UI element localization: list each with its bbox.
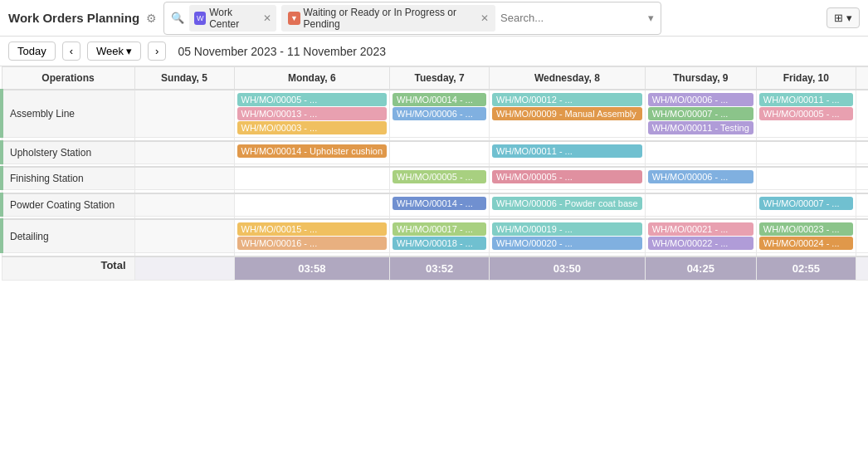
table-row: Powder Coating StationWH/MO/00014 - ...W… [2,193,868,217]
calendar-event[interactable]: WH/MO/00006 - ... [648,170,753,183]
day-cell [756,167,856,190]
calendar-event[interactable]: WH/MO/00020 - ... [492,237,642,250]
topbar: Work Orders Planning ⚙ 🔍 W Work Center ✕… [0,0,868,37]
table-row: Assembly LineWH/MO/00005 - ...WH/MO/0001… [2,90,868,138]
day-cell [134,141,234,164]
work-center-chip-label: Work Center [209,7,258,30]
calendar-event[interactable]: WH/MO/00023 - ... [759,222,853,236]
status-filter-chip[interactable]: ▼ Waiting or Ready or In Progress or Pen… [281,5,495,32]
calendar-event[interactable]: WH/MO/00017 - ... [393,222,486,236]
day-cell: WH/MO/00012 - ...WH/MO/00009 - Manual As… [490,90,646,138]
week-selector-button[interactable]: Week ▾ [87,42,141,61]
calendar-event[interactable]: WH/MO/00016 - ... [237,237,388,250]
day-cell: WH/MO/00014 - Upholster cushion [234,141,390,164]
day-cell [234,167,390,190]
calendar-event[interactable]: WH/MO/00006 - ... [648,93,753,106]
operation-label-assembly-line: Assembly Line [2,90,134,138]
day-cell [856,219,868,253]
view-grid-icon: ⊞ [834,12,843,24]
work-center-chip-close[interactable]: ✕ [263,12,271,24]
work-center-icon: W [194,12,206,25]
calendar-event[interactable]: WH/MO/00009 - Manual Assembly [492,107,642,120]
status-filter-icon: ▼ [288,12,300,25]
table-row: Finishing StationWH/MO/00005 - ...WH/MO/… [2,167,868,190]
header-row: OperationsSunday, 5Monday, 6Tuesday, 7We… [2,67,868,90]
day-cell [134,219,234,253]
calendar-event[interactable]: WH/MO/00003 - ... [237,121,388,134]
week-label: Week [96,45,124,57]
calendar-event[interactable]: WH/MO/00005 - ... [759,107,853,120]
prev-button[interactable]: ‹ [62,42,80,61]
calendar-grid: OperationsSunday, 5Monday, 6Tuesday, 7We… [0,66,868,281]
day-cell [856,193,868,217]
day-cell: WH/MO/00011 - ...WH/MO/00005 - ... [756,90,856,138]
day-cell [134,167,234,190]
calendar-event[interactable]: WH/MO/00011 - Testing [648,121,753,134]
subbar: Today ‹ Week ▾ › 05 November 2023 - 11 N… [0,37,868,66]
day-cell: WH/MO/00005 - ...WH/MO/00013 - ...WH/MO/… [234,90,390,138]
calendar-event[interactable]: WH/MO/00013 - ... [237,107,388,120]
total-time-cell: 03:52 [390,256,490,281]
calendar-event[interactable]: WH/MO/00015 - ... [237,222,388,236]
search-bar: 🔍 W Work Center ✕ ▼ Waiting or Ready or … [163,2,661,35]
calendar-event[interactable]: WH/MO/00018 - ... [393,237,486,250]
calendar-event[interactable]: WH/MO/00022 - ... [648,237,753,250]
day-cell [645,141,756,164]
total-time-cell: 04:25 [645,256,756,281]
day-cell: WH/MO/00014 - ... [390,193,490,217]
calendar-event[interactable]: WH/MO/00014 - ... [393,93,486,106]
day-cell: WH/MO/00006 - ... [645,167,756,190]
status-chip-label: Waiting or Ready or In Progress or Pendi… [304,7,476,30]
operation-label-detailing: Detailing [2,219,134,253]
calendar-event[interactable]: WH/MO/00005 - ... [237,93,388,106]
total-time-cell: 03:50 [490,256,646,281]
calendar-body: Assembly LineWH/MO/00005 - ...WH/MO/0001… [2,90,868,280]
day-cell [856,90,868,138]
day-cell [134,90,234,138]
calendar-event[interactable]: WH/MO/00005 - ... [492,170,642,183]
next-button[interactable]: › [148,42,166,61]
operation-label-finishing-station: Finishing Station [2,167,134,190]
calendar-event[interactable]: WH/MO/00012 - ... [492,93,642,106]
day-cell [856,141,868,164]
day-cell [645,193,756,217]
day-cell: WH/MO/00011 - ... [490,141,646,164]
calendar-event[interactable]: WH/MO/00014 - ... [393,197,486,210]
calendar-event[interactable]: WH/MO/00006 - Powder coat base [492,197,642,210]
day-cell: WH/MO/00014 - ...WH/MO/00006 - ... [390,90,490,138]
day-cell: WH/MO/00006 - Powder coat base [490,193,646,217]
view-dropdown-icon: ▾ [846,12,852,24]
search-input[interactable] [500,12,640,24]
status-chip-close[interactable]: ✕ [480,12,489,24]
calendar-event[interactable]: WH/MO/00019 - ... [492,222,642,236]
calendar-event[interactable]: WH/MO/00011 - ... [492,144,642,158]
ops-header: Operations [2,67,134,90]
day-cell: WH/MO/00015 - ...WH/MO/00016 - ... [234,219,390,253]
total-time-cell: 03:58 [234,256,390,281]
view-toggle-button[interactable]: ⊞ ▾ [827,7,860,28]
search-icon: 🔍 [171,12,184,24]
day-cell: WH/MO/00007 - ... [756,193,856,217]
day-header-tuesday--7: Tuesday, 7 [390,67,490,90]
total-label: Total [2,256,134,281]
search-dropdown-icon[interactable]: ▾ [648,12,654,24]
calendar-event[interactable]: WH/MO/00011 - ... [759,93,853,106]
total-time-cell: 02:55 [756,256,856,281]
day-cell: WH/MO/00021 - ...WH/MO/00022 - ... [645,219,756,253]
gear-icon[interactable]: ⚙ [146,12,157,25]
calendar-event[interactable]: WH/MO/00006 - ... [393,107,486,120]
work-center-filter-chip[interactable]: W Work Center ✕ [189,5,276,32]
calendar-event[interactable]: WH/MO/00024 - ... [759,237,853,250]
calendar-event[interactable]: WH/MO/00007 - ... [648,107,753,120]
table-row: DetailingWH/MO/00015 - ...WH/MO/00016 - … [2,219,868,253]
calendar-event[interactable]: WH/MO/00021 - ... [648,222,753,236]
page-title: Work Orders Planning [8,11,139,25]
day-cell: WH/MO/00006 - ...WH/MO/00007 - ...WH/MO/… [645,90,756,138]
calendar-event[interactable]: WH/MO/00005 - ... [393,170,486,183]
day-header-monday--6: Monday, 6 [234,67,390,90]
date-range: 05 November 2023 - 11 November 2023 [178,45,386,58]
calendar-event[interactable]: WH/MO/00007 - ... [759,197,853,210]
table-row: Upholstery StationWH/MO/00014 - Upholste… [2,141,868,164]
today-button[interactable]: Today [8,42,56,61]
calendar-event[interactable]: WH/MO/00014 - Upholster cushion [237,144,388,158]
